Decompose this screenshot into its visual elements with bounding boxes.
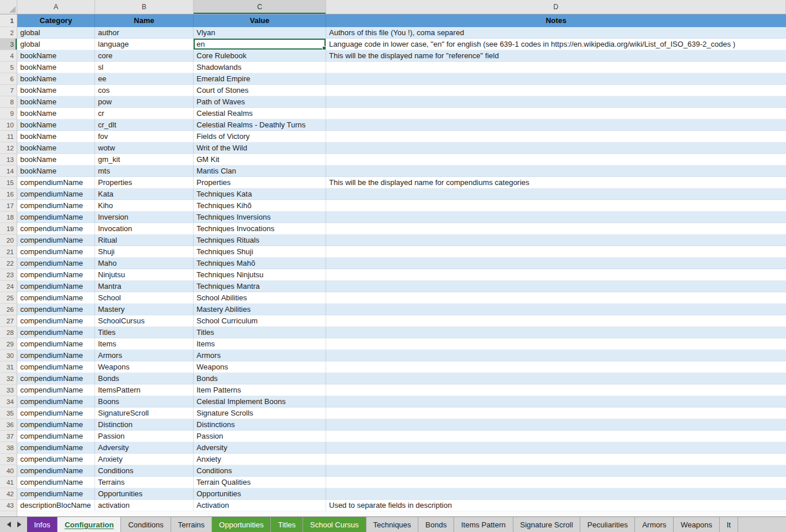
row-header-10[interactable]: 10 [0, 119, 17, 131]
cell-C42[interactable]: Opportunities [194, 488, 326, 500]
cell-A30[interactable]: compendiumName [17, 350, 95, 361]
cell-C35[interactable]: Signature Scrolls [194, 408, 326, 419]
row-header-18[interactable]: 18 [0, 212, 17, 223]
cell-C5[interactable]: Shadowlands [194, 62, 326, 73]
cell-C30[interactable]: Armors [194, 350, 326, 361]
cell-B5[interactable]: sl [95, 62, 194, 73]
cell-A20[interactable]: compendiumName [17, 235, 95, 246]
sheet-tab-opportunities[interactable]: Opportunities [212, 517, 271, 532]
cell-C28[interactable]: Titles [194, 327, 326, 338]
cell-D14[interactable] [326, 165, 786, 177]
cell-A38[interactable]: compendiumName [17, 442, 95, 454]
column-letter-B[interactable]: B [95, 0, 194, 14]
cell-C33[interactable]: Item Patterns [194, 384, 326, 396]
cell-C36[interactable]: Distinctions [194, 419, 326, 431]
cell-D40[interactable] [326, 465, 786, 477]
cell-C21[interactable]: Techniques Shuji [194, 246, 326, 258]
cell-D26[interactable] [326, 304, 786, 315]
cell-B40[interactable]: Conditions [95, 465, 194, 477]
cell-C43[interactable]: Activation [194, 500, 326, 511]
row-header-33[interactable]: 33 [0, 384, 17, 396]
cell-D21[interactable] [326, 246, 786, 258]
cell-D19[interactable] [326, 223, 786, 235]
cell-D42[interactable] [326, 488, 786, 500]
cell-A27[interactable]: compendiumName [17, 315, 95, 327]
cell-B13[interactable]: gm_kit [95, 154, 194, 165]
row-header-41[interactable]: 41 [0, 477, 17, 488]
cell-B20[interactable]: Ritual [95, 235, 194, 246]
cell-B25[interactable]: School [95, 292, 194, 304]
cell-C25[interactable]: School Abilities [194, 292, 326, 304]
cell-A28[interactable]: compendiumName [17, 327, 95, 338]
cell-B17[interactable]: Kiho [95, 200, 194, 212]
cell-A42[interactable]: compendiumName [17, 488, 95, 500]
row-header-17[interactable]: 17 [0, 200, 17, 212]
cell-A5[interactable]: bookName [17, 62, 95, 73]
cell-B36[interactable]: Distinction [95, 419, 194, 431]
sheet-nav-left-icon[interactable] [7, 522, 11, 527]
cell-C12[interactable]: Writ of the Wild [194, 142, 326, 154]
cell-D15[interactable]: This will be the displayed name for comp… [326, 177, 786, 188]
row-header-16[interactable]: 16 [0, 188, 17, 200]
cell-D25[interactable] [326, 292, 786, 304]
cell-B6[interactable]: ee [95, 73, 194, 85]
cell-B14[interactable]: mts [95, 165, 194, 177]
cell-A16[interactable]: compendiumName [17, 188, 95, 200]
cell-C27[interactable]: School Curriculum [194, 315, 326, 327]
cell-B22[interactable]: Maho [95, 258, 194, 269]
cell-A32[interactable]: compendiumName [17, 373, 95, 384]
cell-B3[interactable]: language [95, 39, 194, 50]
cell-A11[interactable]: bookName [17, 131, 95, 142]
cell-C6[interactable]: Emerald Empire [194, 73, 326, 85]
row-header-19[interactable]: 19 [0, 223, 17, 235]
cell-A8[interactable]: bookName [17, 96, 95, 108]
cell-B24[interactable]: Mantra [95, 281, 194, 292]
cell-A14[interactable]: bookName [17, 165, 95, 177]
row-header-30[interactable]: 30 [0, 350, 17, 361]
cell-C24[interactable]: Techniques Mantra [194, 281, 326, 292]
cell-D31[interactable] [326, 361, 786, 373]
row-header-43[interactable]: 43 [0, 500, 17, 511]
sheet-nav-right-icon[interactable] [17, 522, 21, 527]
cell-D30[interactable] [326, 350, 786, 361]
cell-A6[interactable]: bookName [17, 73, 95, 85]
cell-A18[interactable]: compendiumName [17, 212, 95, 223]
cell-B41[interactable]: Terrains [95, 477, 194, 488]
row-header-3[interactable]: 3 [0, 39, 17, 50]
cell-D4[interactable]: This will be the displayed name for "ref… [326, 50, 786, 62]
cell-D22[interactable] [326, 258, 786, 269]
cell-C17[interactable]: Techniques Kihõ [194, 200, 326, 212]
cell-A36[interactable]: compendiumName [17, 419, 95, 431]
cell-A34[interactable]: compendiumName [17, 396, 95, 408]
cell-C8[interactable]: Path of Waves [194, 96, 326, 108]
row-header-8[interactable]: 8 [0, 96, 17, 108]
cell-D16[interactable] [326, 188, 786, 200]
cell-B27[interactable]: SchoolCursus [95, 315, 194, 327]
cell-C18[interactable]: Techniques Inversions [194, 212, 326, 223]
cell-A22[interactable]: compendiumName [17, 258, 95, 269]
cell-D9[interactable] [326, 108, 786, 119]
row-header-6[interactable]: 6 [0, 73, 17, 85]
cell-D39[interactable] [326, 454, 786, 465]
cell-B15[interactable]: Properties [95, 177, 194, 188]
row-header-31[interactable]: 31 [0, 361, 17, 373]
sheet-tab-school-cursus[interactable]: School Cursus [303, 517, 366, 532]
cell-A13[interactable]: bookName [17, 154, 95, 165]
row-header-28[interactable]: 28 [0, 327, 17, 338]
cell-D43[interactable]: Used to separate fields in description [326, 500, 786, 511]
column-header-notes[interactable]: Notes [326, 14, 786, 27]
cell-A43[interactable]: descriptionBlocName [17, 500, 95, 511]
row-header-25[interactable]: 25 [0, 292, 17, 304]
row-header-1[interactable]: 1 [0, 14, 17, 27]
cell-C29[interactable]: Items [194, 338, 326, 350]
sheet-tab-terrains[interactable]: Terrains [171, 517, 212, 532]
cell-A17[interactable]: compendiumName [17, 200, 95, 212]
row-header-38[interactable]: 38 [0, 442, 17, 454]
cell-C26[interactable]: Mastery Abilities [194, 304, 326, 315]
cell-A21[interactable]: compendiumName [17, 246, 95, 258]
cell-C9[interactable]: Celestial Realms [194, 108, 326, 119]
cell-B16[interactable]: Kata [95, 188, 194, 200]
cell-D33[interactable] [326, 384, 786, 396]
cell-D2[interactable]: Authors of this file (You !), coma separ… [326, 27, 786, 39]
cell-B11[interactable]: fov [95, 131, 194, 142]
